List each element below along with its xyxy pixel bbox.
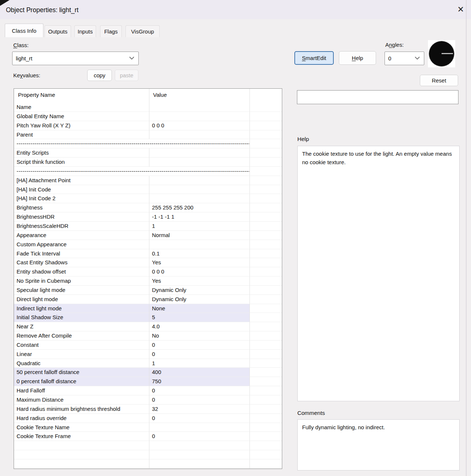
tab-flags[interactable]: Flags <box>100 25 122 37</box>
property-name-cell: Name <box>14 103 149 112</box>
property-table-header: Property Name Value <box>14 89 282 103</box>
property-name-cell: [HA] Init Code <box>14 185 149 194</box>
tab-outputs[interactable]: Outputs <box>45 25 71 37</box>
table-row[interactable]: Remove After CompileNo <box>14 331 282 341</box>
table-row[interactable]: [HA] Init Code <box>14 185 282 194</box>
close-icon[interactable]: ✕ <box>455 4 467 15</box>
tab-inputs[interactable]: Inputs <box>74 25 96 37</box>
table-row[interactable]: Initial Shadow Size5 <box>14 313 282 322</box>
property-value-cell <box>149 103 250 112</box>
property-table[interactable]: Property Name Value NameGlobal Entity Na… <box>14 88 282 469</box>
property-value-cell: 255 255 255 200 <box>149 203 250 212</box>
paste-button[interactable]: paste <box>115 70 138 81</box>
table-row[interactable] <box>14 441 282 450</box>
angles-select[interactable]: 0 <box>385 52 424 65</box>
property-name-cell: Remove After Compile <box>14 331 149 341</box>
property-value-cell: Yes <box>149 258 250 267</box>
property-name-cell: Entity shadow offset <box>14 267 149 276</box>
angle-dial[interactable] <box>428 40 455 67</box>
table-row[interactable]: No Sprite in CubemapYes <box>14 276 282 286</box>
table-row[interactable]: Cookie Texture Name <box>14 423 282 432</box>
column-header-property-name: Property Name <box>18 92 55 98</box>
table-row[interactable]: Entity Scripts <box>14 148 282 158</box>
tab-class-info[interactable]: Class Info <box>5 24 43 37</box>
table-row[interactable]: Quadratic1 <box>14 359 282 368</box>
table-row[interactable]: Hard radius override0 <box>14 414 282 423</box>
help-button[interactable]: Help <box>339 51 376 65</box>
table-row[interactable]: BrightnessScaleHDR1 <box>14 222 282 231</box>
separator-row[interactable]: ----------------------------------------… <box>14 139 282 148</box>
property-value-cell: Dynamic Only <box>149 286 250 295</box>
table-row[interactable]: Direct light modeDynamic Only <box>14 295 282 304</box>
property-name-cell <box>14 459 149 469</box>
property-value-cell: Normal <box>149 231 250 240</box>
table-row[interactable]: 50 percent falloff distance400 <box>14 368 282 377</box>
copy-button[interactable]: copy <box>87 70 112 81</box>
table-row[interactable]: Pitch Yaw Roll (X Y Z)0 0 0 <box>14 121 282 130</box>
column-header-value: Value <box>153 92 167 98</box>
table-row[interactable]: [HA] Attachment Point <box>14 176 282 185</box>
tab-visgroup[interactable]: VisGroup <box>125 25 160 37</box>
smartedit-value-input[interactable] <box>297 90 458 104</box>
table-row[interactable]: Hard Falloff0 <box>14 386 282 395</box>
table-row[interactable]: Linear0 <box>14 350 282 359</box>
table-row[interactable]: Global Entity Name <box>14 112 282 121</box>
comments-box[interactable]: Fully dynamic lighting, no indirect. <box>297 419 460 470</box>
property-name-cell: 50 percent falloff distance <box>14 368 149 377</box>
property-rows: NameGlobal Entity NamePitch Yaw Roll (X … <box>14 103 282 469</box>
table-row[interactable]: Cast Entity ShadowsYes <box>14 258 282 267</box>
table-row[interactable]: [HA] Init Code 2 <box>14 194 282 203</box>
table-row[interactable]: Hard radius minimum brightness threshold… <box>14 405 282 414</box>
property-value-cell <box>149 185 250 194</box>
table-row[interactable]: Name <box>14 103 282 112</box>
property-name-cell: Custom Appearance <box>14 240 149 249</box>
smartedit-button[interactable]: SmartEdit <box>294 51 334 65</box>
property-name-cell: Specular light mode <box>14 286 149 295</box>
property-name-cell: Entity Scripts <box>14 148 149 158</box>
class-select[interactable]: light_rt <box>12 52 139 65</box>
property-name-cell: Linear <box>14 350 149 359</box>
table-row[interactable]: Parent <box>14 130 282 140</box>
table-row[interactable]: Near Z4.0 <box>14 322 282 331</box>
window-title: Object Properties: light_rt <box>6 0 78 19</box>
property-name-cell: BrightnessHDR <box>14 212 149 222</box>
property-name-cell: Pitch Yaw Roll (X Y Z) <box>14 121 149 130</box>
table-row[interactable]: Maximum Distance0 <box>14 395 282 405</box>
property-value-cell: Yes <box>149 276 250 286</box>
property-value-cell: 5 <box>149 313 250 322</box>
property-value-cell <box>149 158 250 167</box>
property-value-cell: 0 <box>149 386 250 395</box>
table-row[interactable]: Custom Appearance <box>14 240 282 249</box>
property-value-cell: 0 0 0 <box>149 121 250 130</box>
table-row[interactable] <box>14 459 282 469</box>
property-value-cell: 0 <box>149 395 250 405</box>
table-row[interactable]: Cookie Texture Frame0 <box>14 432 282 441</box>
table-row[interactable]: Brightness255 255 255 200 <box>14 203 282 212</box>
table-row[interactable]: BrightnessHDR-1 -1 -1 1 <box>14 212 282 222</box>
table-row[interactable]: Script think function <box>14 158 282 167</box>
property-value-cell: 0.1 <box>149 249 250 258</box>
table-row[interactable]: Constant0 <box>14 341 282 350</box>
property-value-cell: 0 <box>149 341 250 350</box>
table-row[interactable]: Entity shadow offset0 0 0 <box>14 267 282 276</box>
property-name-cell: Cookie Texture Frame <box>14 432 149 441</box>
property-value-cell: 0 <box>149 350 250 359</box>
separator-row[interactable]: ----------------------------------------… <box>14 167 282 176</box>
reset-button[interactable]: Reset <box>420 75 458 86</box>
table-row[interactable]: Indirect light modeNone <box>14 304 282 313</box>
table-row[interactable]: Specular light modeDynamic Only <box>14 286 282 295</box>
table-row[interactable] <box>14 450 282 459</box>
property-value-cell <box>149 240 250 249</box>
table-row[interactable]: Fade Tick Interval0.1 <box>14 249 282 258</box>
property-name-cell: Script think function <box>14 158 149 167</box>
comments-label: Comments <box>297 410 325 416</box>
property-value-cell <box>149 148 250 158</box>
property-name-cell <box>14 441 149 450</box>
property-value-cell <box>149 423 250 432</box>
table-row[interactable]: 0 percent falloff distance750 <box>14 377 282 386</box>
property-value-cell: Dynamic Only <box>149 295 250 304</box>
help-panel-label: Help <box>297 136 309 142</box>
table-row[interactable]: AppearanceNormal <box>14 231 282 240</box>
class-select-value: light_rt <box>16 52 32 65</box>
property-name-cell: Maximum Distance <box>14 395 149 405</box>
